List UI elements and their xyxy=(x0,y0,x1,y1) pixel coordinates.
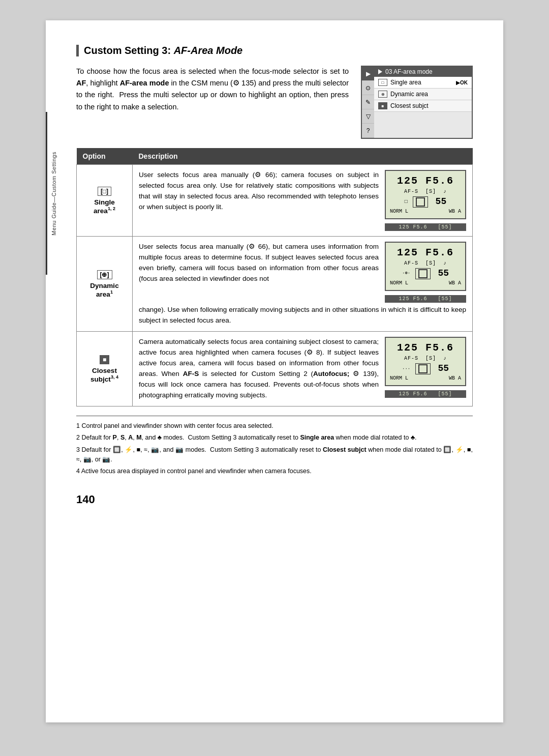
option-super-closest: 3, 4 xyxy=(111,374,118,380)
sidebar-label: Menu Guide—Custom Settings xyxy=(46,112,60,275)
desc-with-image-single: User selects focus area manually (⚙ 66);… xyxy=(139,170,466,231)
lcd-top-dynamic: 125 F5.6 xyxy=(390,246,461,260)
desc-with-image-closest: Camera automatically selects focus area … xyxy=(139,337,466,401)
desc-single-area: User selects focus area manually (⚙ 66);… xyxy=(133,165,473,237)
arrow-ok: ▶OK xyxy=(456,80,468,85)
footnote-3: 3 Default for 🔲, ⚡, ■, ≈, 📷, and 📷 modes… xyxy=(76,445,473,465)
option-name-dynamic: Dynamicarea xyxy=(90,282,118,298)
footnotes-section: 1 Control panel and viewfinder shown wit… xyxy=(76,416,473,477)
desc-text-dynamic-upper: User selects focus area manually (⚙ 66),… xyxy=(139,242,379,303)
lcd-focus-closest: ··· 55 xyxy=(390,362,461,375)
footnote-2: 2 Default for P, S, A, M, and ♣ modes. C… xyxy=(76,433,473,443)
page: Menu Guide—Custom Settings Custom Settin… xyxy=(46,20,503,722)
menu-side-icons: ▶ ⊙ ✎ ▽ ? xyxy=(362,67,374,138)
col-option-header: Option xyxy=(77,148,133,165)
menu-item-single-area: □ Single area ▶OK xyxy=(374,77,472,89)
lcd-strip-dynamic: 125 F5.6 [55] xyxy=(385,295,466,303)
desc-dynamic-area: User selects focus area manually (⚙ 66),… xyxy=(133,237,473,332)
menu-items-column: 03 AF-area mode □ Single area ▶OK ⊕ Dyna… xyxy=(374,67,472,138)
lcd-bottom-dynamic: NORM L WB A xyxy=(390,280,461,287)
option-symbol-closest: ■ xyxy=(100,355,109,364)
focus-center xyxy=(416,197,425,207)
table-row-single-area: [□] Singlearea1, 2 User selects focus ar… xyxy=(77,165,473,237)
option-closest-subject: ■ Closestsubjct3, 4 xyxy=(77,332,133,406)
lcd-container-single: 125 F5.6 AF-S [S] ♪ □ 55 xyxy=(385,170,466,231)
focus-center-dynamic xyxy=(418,269,428,278)
single-focus-bracket xyxy=(413,196,428,208)
intro-section: To choose how the focus area is selected… xyxy=(76,66,473,139)
table-header-row: Option Description xyxy=(77,148,473,165)
dynamic-focus-bracket xyxy=(415,268,431,279)
options-table: Option Description [□] Singlearea1, 2 Us… xyxy=(76,148,473,406)
lcd-container-closest: 125 F5.6 AF-S [S] ♪ ··· 55 xyxy=(385,337,466,401)
desc-text-closest: Camera automatically selects focus area … xyxy=(139,337,379,401)
lcd-mid-single: AF-S [S] ♪ xyxy=(390,188,461,195)
lcd-bottom-closest: NORM L WB A xyxy=(390,375,461,382)
play-icon xyxy=(378,69,382,74)
menu-preview: ▶ ⊙ ✎ ▽ ? 03 AF-area mode □ Single area … xyxy=(361,66,473,139)
option-super-single: 1, 2 xyxy=(108,206,115,211)
lcd-strip-closest: 125 F5.6 [55] xyxy=(385,390,466,398)
lcd-top-single: 125 F5.6 xyxy=(390,174,461,188)
option-super-dynamic: 1 xyxy=(110,289,113,295)
desc-with-image-dynamic: User selects focus area manually (⚙ 66),… xyxy=(139,242,466,303)
page-title: Custom Setting 3: AF-Area Mode xyxy=(76,45,473,56)
menu-side-item-3: ✎ xyxy=(362,95,374,109)
lcd-display-single: 125 F5.6 AF-S [S] ♪ □ 55 xyxy=(385,170,466,219)
menu-preview-row: ▶ ⊙ ✎ ▽ ? 03 AF-area mode □ Single area … xyxy=(362,67,472,138)
option-dynamic-area: [⊕] Dynamicarea1 xyxy=(77,237,133,332)
option-single-area: [□] Singlearea1, 2 xyxy=(77,165,133,237)
option-symbol-dynamic: [⊕] xyxy=(97,270,112,279)
lcd-mid-closest: AF-S [S] ♪ xyxy=(390,355,461,362)
table-row-closest-subject: ■ Closestsubjct3, 4 Camera automatically… xyxy=(77,332,473,406)
closest-subject-icon: ■ xyxy=(378,102,387,109)
lcd-strip-single: 125 F5.6 [55] xyxy=(385,223,466,231)
page-number: 140 xyxy=(76,493,473,506)
menu-side-item-4: ▽ xyxy=(362,109,374,124)
lcd-bottom-single: NORM L WB A xyxy=(390,208,461,215)
menu-preview-title: 03 AF-area mode xyxy=(374,67,472,77)
dynamic-area-icon: ⊕ xyxy=(378,91,387,98)
desc-closest-subject: Camera automatically selects focus area … xyxy=(133,332,473,406)
intro-text: To choose how the focus area is selected… xyxy=(76,66,349,139)
menu-item-dynamic-area: ⊕ Dynamic area xyxy=(374,89,472,100)
lcd-container-dynamic: 125 F5.6 AF-S [S] ♪ ·⊕· 55 xyxy=(385,242,466,303)
single-area-icon: □ xyxy=(378,79,387,86)
closest-focus-bracket xyxy=(415,363,431,374)
menu-side-item-5: ? xyxy=(362,124,374,138)
lcd-mid-dynamic: AF-S [S] ♪ xyxy=(390,260,461,267)
lcd-top-closest: 125 F5.6 xyxy=(390,341,461,355)
menu-side-item-2: ⊙ xyxy=(362,81,374,95)
lcd-display-closest: 125 F5.6 AF-S [S] ♪ ··· 55 xyxy=(385,337,466,386)
desc-text-single: User selects focus area manually (⚙ 66);… xyxy=(139,170,379,231)
menu-side-item-1: ▶ xyxy=(362,67,374,81)
focus-center-closest xyxy=(418,364,428,373)
lcd-focus-single: □ 55 xyxy=(390,195,461,208)
lcd-focus-dynamic: ·⊕· 55 xyxy=(390,267,461,280)
menu-item-closest-subject: ■ Closest subjct xyxy=(374,100,472,112)
lcd-display-dynamic: 125 F5.6 AF-S [S] ♪ ·⊕· 55 xyxy=(385,242,466,291)
footnote-1: 1 Control panel and viewfinder shown wit… xyxy=(76,421,473,431)
option-symbol-single: [□] xyxy=(98,187,111,196)
col-description-header: Description xyxy=(133,148,473,165)
desc-text-dynamic-lower: change). Use when following erratically … xyxy=(139,305,466,326)
footnote-4: 4 Active focus area displayed in control… xyxy=(76,467,473,476)
table-row-dynamic-area: [⊕] Dynamicarea1 User selects focus area… xyxy=(77,237,473,332)
